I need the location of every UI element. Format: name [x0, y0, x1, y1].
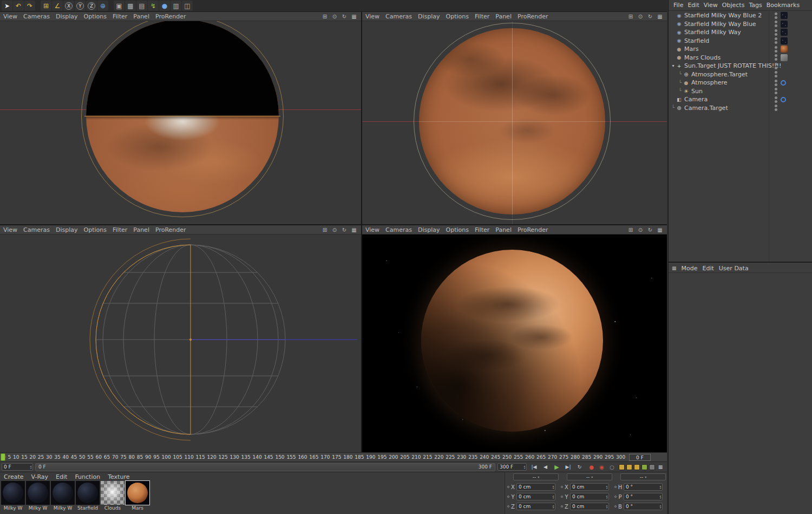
texture-tag[interactable] — [781, 45, 788, 53]
texture-tag[interactable] — [781, 21, 788, 28]
quantize-icon[interactable]: ∠ — [52, 1, 63, 11]
coordinate-field[interactable]: 0 cm ▴▾ — [516, 483, 555, 491]
coordinate-field[interactable]: 0 ° ▴▾ — [624, 493, 663, 500]
material-menu-item[interactable]: Edit — [56, 473, 67, 480]
animation-dot-icon[interactable] — [507, 496, 509, 498]
viewport-menu-item[interactable]: Panel — [495, 13, 512, 20]
coordinate-field[interactable]: 0 cm ▴▾ — [570, 493, 609, 500]
viewport-canvas-perspective[interactable] — [362, 235, 667, 452]
viewport-menu-item[interactable]: Display — [418, 13, 440, 20]
spinner-arrows-icon[interactable]: ▴▾ — [523, 465, 526, 469]
render-settings-icon[interactable]: ▤ — [136, 1, 147, 11]
object-row[interactable]: Starfield Milky Way — [669, 28, 812, 37]
visibility-toggles[interactable] — [773, 96, 778, 103]
object-manager-menu-item[interactable]: Bookmarks — [767, 2, 800, 9]
object-row[interactable]: Mars — [669, 45, 812, 54]
rotation-mode-dropdown[interactable]: --▾ — [620, 473, 666, 480]
pan-view-icon[interactable]: ⊞ — [321, 14, 329, 19]
visibility-toggles[interactable] — [773, 54, 778, 61]
animation-dot-icon[interactable] — [561, 505, 563, 508]
coordinate-field[interactable]: 0 cm ▴▾ — [570, 503, 609, 510]
viewport-menu-item[interactable]: Display — [56, 226, 78, 233]
attribute-manager-menu-item[interactable]: Mode — [682, 265, 698, 272]
rotate-view-icon[interactable]: ↻ — [340, 14, 348, 19]
zoom-view-icon[interactable]: ⊙ — [331, 14, 338, 19]
render-region-icon[interactable]: ▩ — [125, 1, 136, 11]
visibility-toggles[interactable] — [773, 71, 778, 77]
timeline-start-field[interactable]: 0 F ▴▾ — [2, 463, 33, 471]
spinner-arrows-icon[interactable]: ▴▾ — [552, 485, 555, 489]
visibility-toggles[interactable] — [773, 37, 778, 44]
texture-tag[interactable] — [781, 62, 788, 69]
key-scale-toggle[interactable] — [626, 464, 632, 470]
timeline-mode-button[interactable]: ▦ — [657, 464, 664, 470]
object-manager-menu-item[interactable]: Objects — [722, 2, 745, 9]
material-item[interactable]: Milky W — [51, 481, 75, 511]
object-manager-menu-item[interactable]: File — [673, 2, 683, 9]
object-row[interactable]: Starfield — [669, 37, 812, 45]
timeline-range-slider[interactable]: 0 F 300 F — [35, 463, 495, 471]
toggle-view-icon[interactable]: ▦ — [656, 14, 664, 19]
animation-dot-icon[interactable] — [561, 486, 563, 488]
size-mode-dropdown[interactable]: --▾ — [567, 473, 612, 480]
texture-tag[interactable] — [781, 37, 788, 44]
live-selection-icon[interactable]: ➤ — [2, 1, 12, 11]
viewport-menu-item[interactable]: Panel — [133, 226, 149, 233]
expand-toggle-icon[interactable] — [678, 88, 683, 94]
visibility-toggles[interactable] — [773, 80, 778, 86]
animation-dot-icon[interactable] — [507, 486, 509, 488]
key-rotation-toggle[interactable] — [634, 464, 640, 470]
viewport-menu-item[interactable]: Panel — [495, 226, 512, 233]
viewport-menu-item[interactable]: Cameras — [385, 226, 412, 233]
toolbar-spacer[interactable] — [109, 1, 113, 11]
coordinate-field[interactable]: 0 cm ▴▾ — [516, 503, 555, 510]
coordinate-field[interactable]: 0 cm ▴▾ — [570, 483, 609, 491]
spinner-arrows-icon[interactable]: ▴▾ — [606, 504, 608, 509]
viewport-menu-item[interactable]: ProRender — [155, 226, 186, 233]
visibility-toggles[interactable] — [773, 88, 778, 94]
viewport-canvas-front-ortho[interactable] — [362, 21, 667, 224]
expand-toggle-icon[interactable] — [671, 63, 676, 68]
viewport-menu-item[interactable]: Display — [56, 13, 78, 20]
texture-tag[interactable] — [781, 54, 788, 61]
attribute-manager-menu-item[interactable]: User Data — [719, 265, 749, 272]
position-mode-dropdown[interactable]: --▾ — [513, 473, 559, 480]
autokey-button[interactable]: ◉ — [597, 463, 606, 471]
object-manager-menu-item[interactable]: View — [704, 2, 718, 9]
visibility-toggles[interactable] — [773, 46, 778, 53]
visibility-toggles[interactable] — [773, 63, 778, 69]
material-thumbnail[interactable] — [26, 481, 50, 505]
record-keyframe-button[interactable]: ● — [587, 463, 596, 471]
viewport-menu-item[interactable]: View — [3, 13, 17, 20]
material-thumbnail[interactable] — [1, 481, 25, 505]
viewport-canvas-top-ortho[interactable] — [0, 21, 361, 224]
keyframe-selection-button[interactable]: ○ — [607, 463, 617, 471]
viewport-menu-item[interactable]: ProRender — [518, 226, 548, 233]
texture-tag[interactable] — [781, 97, 786, 102]
animation-dot-icon[interactable] — [614, 505, 617, 508]
viewport-menu-item[interactable]: ProRender — [155, 13, 186, 20]
material-item[interactable]: Milky W — [26, 481, 50, 511]
object-row[interactable]: Sun.Target JUST ROTATE THIS!!!! — [669, 62, 812, 70]
material-item[interactable]: Starfield — [76, 481, 100, 511]
object-row[interactable]: Mars Clouds — [669, 54, 812, 62]
current-frame-marker[interactable] — [1, 453, 5, 461]
plugin-icon[interactable]: ◫ — [182, 1, 193, 11]
animation-dot-icon[interactable] — [614, 486, 617, 488]
timeline-ruler[interactable]: 0510152025303540455055606570758085909510… — [0, 452, 667, 462]
coordinate-field[interactable]: 0 ° ▴▾ — [624, 503, 663, 510]
render-view-icon[interactable]: ▣ — [114, 1, 125, 11]
animation-dot-icon[interactable] — [614, 496, 617, 498]
viewport-menu-item[interactable]: Cameras — [23, 226, 50, 233]
spinner-arrows-icon[interactable]: ▴▾ — [606, 485, 608, 489]
spinner-arrows-icon[interactable]: ▴▾ — [552, 504, 555, 509]
expand-toggle-icon[interactable] — [678, 71, 683, 77]
sphere-object-icon[interactable]: ● — [159, 1, 170, 11]
object-row[interactable]: Starfield Milky Way Blue 2 — [669, 11, 812, 20]
viewport-menu-item[interactable]: Filter — [113, 226, 127, 233]
spinner-arrows-icon[interactable]: ▴▾ — [659, 495, 662, 499]
object-manager-menu-item[interactable]: Tags — [749, 2, 762, 9]
object-row[interactable]: Starfield Milky Way Blue — [669, 20, 812, 29]
goto-start-button[interactable]: |◀ — [529, 463, 539, 471]
play-button[interactable]: ▶ — [552, 463, 562, 471]
